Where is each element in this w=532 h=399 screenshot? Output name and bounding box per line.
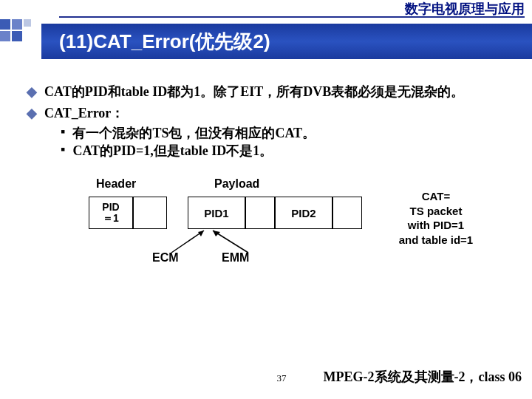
pid-line1: PID — [102, 202, 119, 213]
cat-l4: and table id=1 — [384, 233, 488, 248]
square-bullet-icon: ▪ — [61, 142, 65, 160]
sub-bullet-2-text: CAT的PID=1,但是table ID不是1。 — [72, 142, 273, 160]
square-bullet-icon: ▪ — [61, 124, 65, 142]
sub-bullet-1-text: 有一个混杂的TS包，但没有相应的CAT。 — [72, 124, 316, 142]
pid-box: PID ＝1 — [89, 197, 133, 229]
svg-line-0 — [171, 231, 204, 253]
header-label: Header — [96, 177, 136, 191]
footer-text: MPEG-2系统及其测量-2，class 06 — [324, 368, 522, 386]
diamond-bullet-icon: ◆ — [27, 103, 37, 124]
packet-diagram: Header Payload PID ＝1 PID1 PID2 CAT= TS … — [89, 177, 473, 303]
svg-marker-3 — [213, 231, 220, 236]
page-number: 37 — [277, 372, 287, 384]
pid-line2: ＝1 — [103, 213, 119, 224]
gap-box-2 — [245, 197, 275, 229]
slide-title: (11)CAT_Error(优先级2) — [41, 24, 532, 59]
cat-l3: with PID=1 — [384, 218, 488, 233]
course-title: 数字电视原理与应用 — [405, 0, 525, 18]
bullet-1: ◆ CAT的PID和table ID都为1。除了EIT，所有DVB表都必须是无混… — [27, 81, 517, 103]
sub-bullet-1: ▪ 有一个混杂的TS包，但没有相应的CAT。 — [61, 124, 517, 142]
header-underline — [59, 16, 525, 18]
gap-box-3 — [332, 197, 362, 229]
pid1-box: PID1 — [188, 197, 245, 229]
arrow-emm-icon — [207, 228, 259, 257]
cat-description: CAT= TS packet with PID=1 and table id=1 — [384, 189, 488, 247]
cat-l2: TS packet — [384, 204, 488, 219]
payload-label: Payload — [214, 177, 259, 191]
title-bar: (11)CAT_Error(优先级2) — [0, 24, 532, 59]
diamond-bullet-icon: ◆ — [27, 81, 37, 103]
sub-bullet-2: ▪ CAT的PID=1,但是table ID不是1。 — [61, 142, 517, 160]
cat-l1: CAT= — [384, 189, 488, 204]
pid2-box: PID2 — [275, 197, 332, 229]
footer: 37 MPEG-2系统及其测量-2，class 06 — [0, 368, 522, 386]
gap-box-1 — [133, 197, 167, 229]
bullet-1-text: CAT的PID和table ID都为1。除了EIT，所有DVB表都必须是无混杂的… — [44, 81, 464, 103]
body-content: ◆ CAT的PID和table ID都为1。除了EIT，所有DVB表都必须是无混… — [27, 81, 517, 160]
bullet-2-text: CAT_Error： — [44, 103, 124, 124]
bullet-2: ◆ CAT_Error： — [27, 103, 517, 124]
